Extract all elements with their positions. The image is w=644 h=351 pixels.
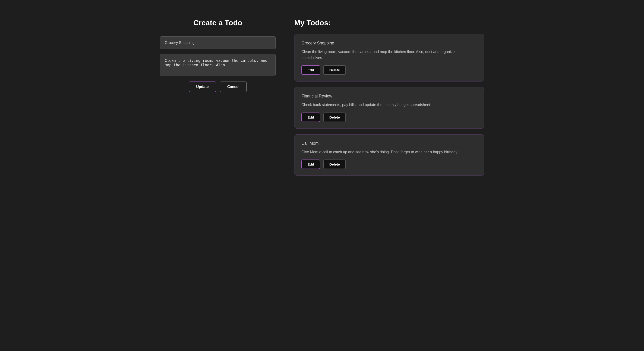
todo-title: Call Mom bbox=[302, 141, 477, 146]
delete-button[interactable]: Delete bbox=[324, 112, 346, 122]
todo-buttons: Edit Delete bbox=[302, 112, 477, 122]
description-input[interactable] bbox=[160, 54, 276, 76]
delete-button[interactable]: Delete bbox=[324, 65, 346, 75]
create-panel: Create a Todo Update Cancel bbox=[160, 14, 276, 337]
description-form-group bbox=[160, 54, 276, 77]
todo-card: Call Mom Give Mom a call to catch up and… bbox=[294, 134, 484, 176]
todo-card: Financial Review Check bank statements, … bbox=[294, 87, 484, 129]
delete-button[interactable]: Delete bbox=[324, 160, 346, 169]
todo-title: Financial Review bbox=[302, 94, 477, 99]
edit-button[interactable]: Edit bbox=[302, 160, 320, 169]
page-container: Create a Todo Update Cancel My Todos: Gr… bbox=[160, 14, 484, 337]
todo-description: Give Mom a call to catch up and see how … bbox=[302, 149, 477, 155]
edit-button[interactable]: Edit bbox=[302, 65, 320, 75]
update-button[interactable]: Update bbox=[189, 81, 216, 92]
todos-panel: My Todos: Grocery Shopping Clean the liv… bbox=[294, 14, 484, 337]
create-panel-title: Create a Todo bbox=[160, 18, 276, 27]
todos-panel-title: My Todos: bbox=[294, 18, 484, 27]
title-input[interactable] bbox=[160, 36, 276, 49]
todo-description: Check bank statements, pay bills, and up… bbox=[302, 102, 477, 108]
todo-card: Grocery Shopping Clean the living room, … bbox=[294, 34, 484, 81]
todo-description: Clean the living room, vacuum the carpet… bbox=[302, 49, 477, 61]
todo-buttons: Edit Delete bbox=[302, 160, 477, 169]
edit-button[interactable]: Edit bbox=[302, 112, 320, 122]
form-button-row: Update Cancel bbox=[160, 81, 276, 92]
todo-title: Grocery Shopping bbox=[302, 41, 477, 46]
todos-list: Grocery Shopping Clean the living room, … bbox=[294, 34, 484, 176]
title-form-group bbox=[160, 36, 276, 49]
todo-buttons: Edit Delete bbox=[302, 65, 477, 75]
cancel-button[interactable]: Cancel bbox=[220, 81, 247, 92]
